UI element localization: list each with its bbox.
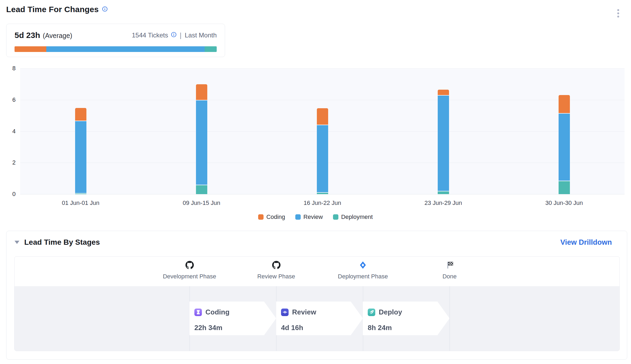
chart-legend: CodingReviewDeployment — [0, 214, 631, 220]
x-axis-label: 30 Jun-30 Jun — [529, 200, 599, 206]
legend-swatch — [295, 214, 301, 220]
rocket-icon — [368, 309, 375, 316]
finish-flag-icon — [446, 261, 454, 270]
hourglass-icon — [194, 309, 202, 316]
stacked-bar — [196, 84, 207, 194]
summary-card: 5d 23h (Average) 1544 Tickets | Last Mon… — [6, 24, 225, 57]
y-axis-label: 8 — [3, 65, 16, 72]
page-header: Lead Time For Changes — [6, 5, 108, 14]
deployment-diamond-icon — [359, 261, 366, 270]
bar-segment-deployment — [75, 194, 86, 194]
stage-duration: 4d 16h — [281, 324, 303, 332]
stage-duration: 22h 34m — [194, 324, 222, 332]
stacked-bar — [75, 108, 86, 194]
phase-label: Done — [417, 273, 482, 280]
bar-segment-coding — [438, 90, 449, 95]
bar-segment-coding — [75, 108, 86, 121]
bar-segment-review — [75, 121, 86, 193]
legend-swatch — [258, 214, 264, 220]
stage-card-coding[interactable]: Coding22h 34m — [190, 302, 276, 335]
separator: | — [180, 31, 182, 40]
legend-item-deployment[interactable]: Deployment — [333, 214, 373, 220]
stages-table: Development PhaseReview PhaseDeployment … — [14, 256, 620, 351]
phase-column: Development Phase — [157, 257, 222, 280]
bar-segment-coding — [196, 84, 207, 100]
gridline — [20, 68, 625, 69]
stage-duration: 8h 24m — [368, 324, 392, 332]
x-axis-label: 09 Jun-15 Jun — [167, 200, 237, 206]
phase-column: Deployment Phase — [331, 257, 395, 280]
view-drilldown-link[interactable]: View Drilldown — [560, 238, 612, 247]
plot-area — [20, 68, 625, 194]
x-axis-label: 01 Jun-01 Jun — [46, 200, 116, 206]
column-divider — [450, 286, 450, 351]
tickets-count: 1544 Tickets — [132, 32, 168, 39]
phase-column: Done — [417, 257, 482, 280]
stage-card-deploy[interactable]: Deploy8h 24m — [363, 302, 450, 335]
legend-label: Deployment — [341, 214, 373, 220]
bar-segment-review — [438, 96, 449, 191]
breakdown-segment-deployment — [205, 46, 217, 52]
stacked-bar — [559, 95, 570, 194]
phase-column: Review Phase — [244, 257, 309, 280]
caret-down-icon[interactable] — [15, 241, 19, 244]
lead-time-chart: 0246801 Jun-01 Jun09 Jun-15 Jun16 Jun-22… — [0, 65, 631, 229]
average-value: 5d 23h — [15, 31, 40, 40]
kebab-menu-icon[interactable] — [616, 8, 620, 19]
stages-body: Coding22h 34mReview4d 16hDeploy8h 24m — [15, 286, 619, 351]
bar-segment-coding — [559, 95, 570, 113]
breakdown-segment-review — [46, 46, 205, 52]
stage-label: Coding — [205, 308, 230, 316]
stage-card-review[interactable]: Review4d 16h — [276, 302, 363, 335]
y-axis-label: 6 — [3, 96, 16, 103]
bar-segment-review — [317, 125, 328, 192]
breakdown-segment-coding — [15, 46, 46, 52]
stages-panel: Lead Time By Stages View Drilldown Devel… — [6, 231, 627, 360]
y-axis-label: 2 — [3, 159, 16, 166]
stacked-bar — [317, 108, 328, 194]
page-title: Lead Time For Changes — [6, 5, 99, 14]
lead-time-breakdown-bar — [15, 46, 217, 52]
y-axis-label: 0 — [3, 191, 16, 198]
info-icon[interactable] — [102, 6, 108, 13]
lead-time-widget: Lead Time For Changes 5d 23h (Average) 1… — [0, 0, 631, 364]
gridline — [20, 100, 625, 100]
legend-item-review[interactable]: Review — [295, 214, 323, 220]
stage-label: Review — [292, 308, 316, 316]
stages-title: Lead Time By Stages — [24, 238, 100, 247]
bar-segment-deployment — [196, 185, 207, 194]
github-icon — [185, 261, 194, 270]
legend-label: Coding — [266, 214, 285, 220]
github-icon — [272, 261, 281, 270]
bar-segment-review — [559, 114, 570, 181]
legend-label: Review — [303, 214, 323, 220]
commit-diamond-icon — [281, 309, 289, 316]
bar-segment-deployment — [438, 191, 449, 194]
phase-label: Development Phase — [157, 273, 222, 280]
y-axis-label: 4 — [3, 128, 16, 135]
bar-segment-deployment — [559, 181, 570, 194]
average-qualifier: (Average) — [43, 32, 72, 40]
bar-segment-review — [196, 100, 207, 185]
phase-label: Review Phase — [244, 273, 309, 280]
x-axis-label: 23 Jun-29 Jun — [408, 200, 478, 206]
bar-segment-coding — [317, 108, 328, 125]
stacked-bar — [438, 90, 449, 194]
info-icon[interactable] — [171, 32, 177, 39]
gridline — [20, 194, 625, 194]
legend-swatch — [333, 214, 338, 220]
phase-label: Deployment Phase — [331, 273, 395, 280]
x-axis-label: 16 Jun-22 Jun — [288, 200, 357, 206]
period-label: Last Month — [185, 32, 217, 39]
legend-item-coding[interactable]: Coding — [258, 214, 285, 220]
bar-segment-deployment — [317, 193, 328, 194]
stage-label: Deploy — [379, 308, 402, 316]
average-lead-time: 5d 23h (Average) — [15, 31, 72, 40]
